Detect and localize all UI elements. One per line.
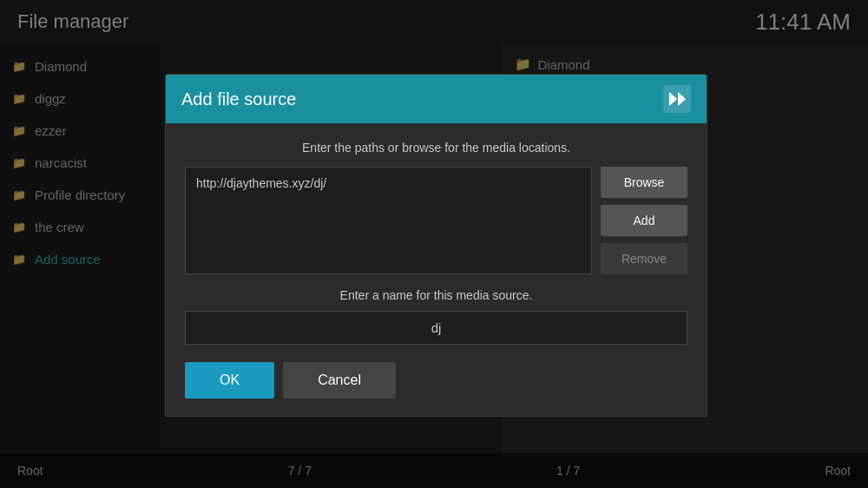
source-name-input[interactable] bbox=[185, 311, 687, 345]
add-file-source-dialog: Add file source Enter the paths or brows… bbox=[165, 74, 707, 417]
cancel-button[interactable]: Cancel bbox=[283, 362, 396, 399]
kodi-logo-icon bbox=[663, 85, 691, 113]
remove-button[interactable]: Remove bbox=[601, 243, 687, 274]
path-section: http://djaythemes.xyz/dj/ Browse Add Rem… bbox=[185, 167, 687, 274]
dialog-title: Add file source bbox=[181, 89, 296, 109]
path-instruction: Enter the paths or browse for the media … bbox=[185, 141, 687, 155]
path-input-area[interactable]: http://djaythemes.xyz/dj/ bbox=[185, 167, 592, 274]
dialog-footer: OK Cancel bbox=[185, 362, 687, 399]
action-buttons: Browse Add Remove bbox=[601, 167, 687, 274]
name-instruction: Enter a name for this media source. bbox=[185, 288, 687, 302]
add-button[interactable]: Add bbox=[601, 205, 687, 236]
path-value: http://djaythemes.xyz/dj/ bbox=[196, 176, 326, 190]
ok-button[interactable]: OK bbox=[185, 362, 274, 399]
dialog-header: Add file source bbox=[166, 75, 707, 123]
browse-button[interactable]: Browse bbox=[601, 167, 687, 198]
dialog-body: Enter the paths or browse for the media … bbox=[166, 123, 707, 416]
